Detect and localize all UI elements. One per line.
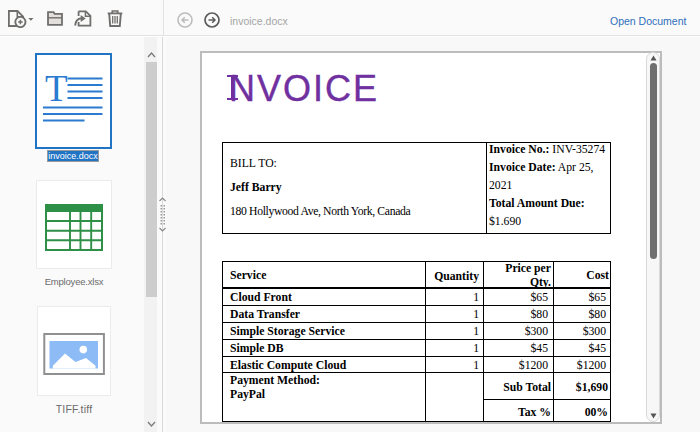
svg-text:T: T bbox=[45, 68, 68, 109]
